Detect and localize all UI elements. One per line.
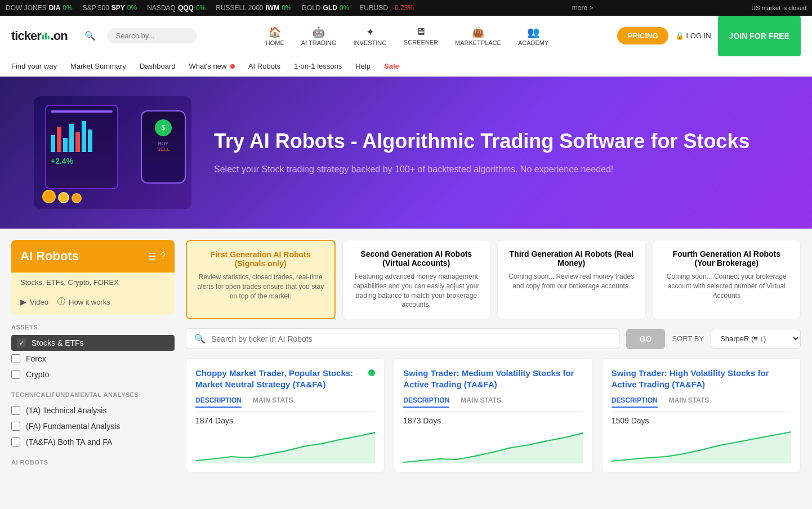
gen-card-3-desc: Coming soon... Review real money trades … (507, 272, 636, 291)
sec-nav-sale[interactable]: Sale (384, 62, 399, 70)
gen-card-4-desc: Coming soon... Connect your brokerage ac… (662, 272, 792, 300)
checkbox-ta[interactable] (11, 406, 20, 415)
ticker-symbol-sp500: SPY (111, 4, 125, 12)
search-sort-row: 🔍 GO SORT BY SharpeR (≡ ↓) Performance W… (186, 328, 801, 349)
robot-card-1-title[interactable]: Choppy Market Trader, Popular Stocks: Ma… (195, 368, 375, 390)
filter-fa[interactable]: (FA) Fundamental Analysis (11, 418, 175, 434)
robot-card-2-tab-stats[interactable]: MAIN STATS (461, 396, 501, 408)
checkbox-tafa[interactable] (11, 437, 20, 447)
gen-card-4-title: Fourth Generation AI Robots (Your Broker… (662, 249, 792, 267)
market-status: US market is closed (751, 5, 806, 11)
go-button[interactable]: GO (626, 329, 666, 349)
ticker-name-dow: DOW JONES (6, 4, 47, 12)
robot-card-2: Swing Trader: Medium Volatility Stocks f… (394, 358, 592, 473)
ticker-name-nasdaq: NASDAQ (147, 4, 176, 12)
secondary-nav: Find your way Market Summary Dashboard W… (0, 56, 812, 77)
ticker-change-nasdaq: 0% (196, 4, 206, 12)
ticker-symbol-dow: DIA (49, 4, 61, 12)
ticker-item-nasdaq[interactable]: NASDAQ QQQ 0% (147, 4, 206, 12)
filter-crypto[interactable]: Crypto (11, 367, 175, 382)
sort-select[interactable]: SharpeR (≡ ↓) Performance Win Rate Newes… (711, 329, 801, 349)
ticker-change-sp500: 0% (127, 4, 137, 12)
robot-card-1-title-text: Choppy Market Trader, Popular Stocks: Ma… (195, 368, 364, 390)
robot-card-1-tabs: DESCRIPTION MAIN STATS (195, 396, 375, 412)
home-icon: 🏠 (269, 26, 281, 38)
gen-card-2[interactable]: Second Generation AI Robots (Virtual Acc… (342, 240, 491, 319)
robot-card-3-tab-description[interactable]: DESCRIPTION (612, 396, 658, 408)
robot-card-1: Choppy Market Trader, Popular Stocks: Ma… (186, 358, 385, 473)
ticker-name-sp500: S&P 500 (83, 4, 109, 12)
hero-subtitle: Select your Stock trading strategy backe… (214, 163, 749, 176)
ticker-change-russell: 0% (282, 4, 291, 12)
gen-card-3[interactable]: Third Generation AI Robots (Real Money) … (497, 240, 646, 319)
robot-card-3-title[interactable]: Swing Trader: High Volatility Stocks for… (612, 368, 791, 390)
ticker-item-dow[interactable]: DOW JONES DIA 0% (6, 4, 73, 12)
ticker-item-eurusd[interactable]: EURUSD -0.23% (359, 4, 414, 12)
filter-forex[interactable]: Forex (11, 351, 175, 367)
more-link[interactable]: more > (572, 4, 594, 12)
login-label: LOG IN (686, 32, 711, 40)
nav-marketplace[interactable]: 👜 MARKETPLACE (449, 24, 507, 48)
search-icon: 🔍 (84, 30, 96, 41)
search-input[interactable] (107, 28, 197, 43)
filter-forex-label: Forex (26, 354, 46, 363)
ticker-symbol-gold: GLD (323, 4, 337, 12)
logo-bars (42, 33, 50, 39)
sec-nav-ai-robots[interactable]: AI Robots (248, 62, 280, 70)
gen-card-1[interactable]: First Generation AI Robots (Signals only… (186, 240, 336, 319)
sort-by-label: SORT BY (672, 334, 704, 343)
robot-card-3-tab-stats[interactable]: MAIN STATS (669, 396, 710, 408)
sec-nav-market-summary[interactable]: Market Summary (70, 62, 126, 70)
sec-nav-help[interactable]: Help (355, 62, 371, 70)
robot-card-3: Swing Trader: High Volatility Stocks for… (602, 358, 801, 473)
filter-stocks-etfs[interactable]: ✓ Stocks & ETFs (11, 335, 175, 351)
robot-card-1-tab-stats[interactable]: MAIN STATS (253, 396, 293, 408)
sidebar: AI Robots ☰ ? Stocks, ETFs, Crypto, FORE… (11, 240, 175, 473)
ticker-item-russell[interactable]: RUSSELL 2000 IWM 0% (216, 4, 291, 12)
gen-card-1-title: First Generation AI Robots (Signals only… (196, 250, 325, 268)
join-button[interactable]: JOIN FOR FREE (718, 16, 801, 56)
nav-home-label: HOME (266, 39, 284, 46)
robot-card-2-tab-description[interactable]: DESCRIPTION (403, 396, 449, 408)
sec-nav-1on1[interactable]: 1-on-1 lessons (294, 62, 342, 70)
nav-screener[interactable]: 🖥 SCREENER (398, 24, 444, 48)
robot-search-input[interactable] (211, 334, 611, 343)
sec-nav-whats-new[interactable]: What's new (189, 62, 235, 70)
checkbox-forex[interactable] (11, 354, 20, 363)
robot-card-2-title[interactable]: Swing Trader: Medium Volatility Stocks f… (403, 368, 583, 390)
nav-ai-trading[interactable]: 🤖 AI TRADING (296, 24, 342, 48)
robot-card-3-title-text: Swing Trader: High Volatility Stocks for… (612, 368, 791, 390)
ticker-item-gold[interactable]: GOLD GLD 0% (302, 4, 350, 12)
filter-stocks-etfs-label: Stocks & ETFs (32, 338, 84, 347)
checkbox-crypto[interactable] (11, 370, 20, 379)
ai-trading-icon: 🤖 (313, 26, 325, 38)
pricing-button[interactable]: PRICING (617, 27, 668, 44)
how-it-works-button[interactable]: ⓘ How it works (57, 297, 110, 307)
gen-card-4[interactable]: Fourth Generation AI Robots (Your Broker… (653, 240, 801, 319)
video-button[interactable]: ▶ Video (20, 297, 48, 307)
search-icon-robots: 🔍 (194, 333, 206, 344)
sec-nav-dashboard[interactable]: Dashboard (140, 62, 176, 70)
live-indicator-1 (368, 369, 375, 376)
hero-banner: +2.4% $ BUY SELL Try AI Robots - Algorit… (0, 77, 812, 229)
robot-search-wrap: 🔍 (186, 328, 619, 349)
nav-home[interactable]: 🏠 HOME (260, 24, 290, 48)
filter-tafa[interactable]: (TA&FA) Both TA and FA (11, 434, 175, 450)
login-button[interactable]: 🔒 LOG IN (675, 32, 711, 40)
nav-investing[interactable]: ✦ INVESTING (348, 24, 392, 48)
robot-card-1-tab-description[interactable]: DESCRIPTION (195, 396, 242, 408)
investing-icon: ✦ (366, 26, 374, 38)
nav-academy[interactable]: 👥 ACADEMY (512, 24, 554, 48)
filter-ta[interactable]: (TA) Technical Analysis (11, 403, 175, 418)
sec-nav-find-your-way[interactable]: Find your way (11, 62, 57, 70)
checkbox-fa[interactable] (11, 422, 20, 431)
help-icon[interactable]: ? (160, 251, 166, 262)
generation-cards: First Generation AI Robots (Signals only… (186, 240, 801, 319)
robot-card-3-tabs: DESCRIPTION MAIN STATS (612, 396, 791, 412)
hero-illustration: +2.4% $ BUY SELL (34, 96, 191, 209)
ticker-bar: DOW JONES DIA 0% S&P 500 SPY 0% NASDAQ Q… (0, 0, 812, 16)
logo[interactable]: ticker .on (11, 29, 68, 43)
logo-text: ticker (11, 29, 41, 43)
ticker-item-sp500[interactable]: S&P 500 SPY 0% (83, 4, 137, 12)
menu-icon[interactable]: ☰ (148, 251, 156, 262)
